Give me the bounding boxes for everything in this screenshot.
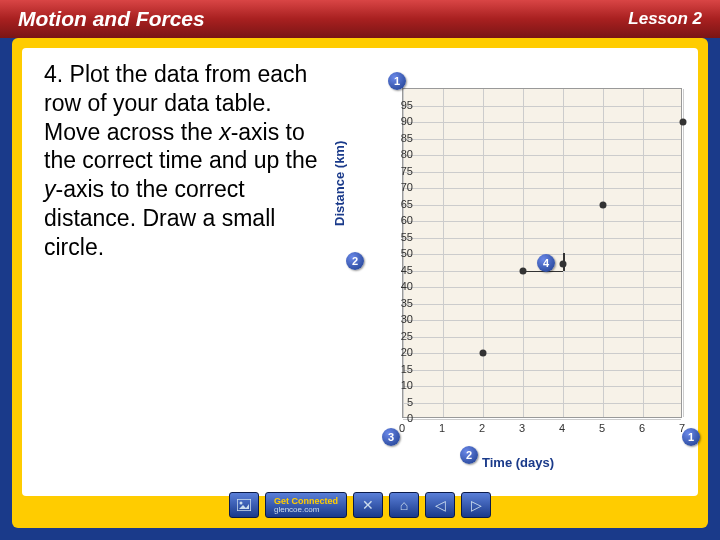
x-tick: 3 [519, 422, 525, 434]
y-tick: 70 [389, 181, 413, 193]
next-button[interactable]: ▷ [461, 492, 491, 518]
chapter-title: Motion and Forces [18, 7, 205, 31]
chevron-right-icon: ▷ [471, 497, 482, 513]
chart: Distance (km) Time (days) 1 2 3 2 1 4 05… [342, 66, 697, 476]
y-tick: 30 [389, 313, 413, 325]
image-icon [237, 499, 251, 511]
x-tick: 6 [639, 422, 645, 434]
header-bar: Motion and Forces Lesson 2 [0, 0, 720, 38]
content-panel: 4. Plot the data from each row of your d… [22, 48, 698, 496]
callout-marker-1: 1 [388, 72, 406, 90]
y-tick: 5 [389, 396, 413, 408]
instruction-text: 4. Plot the data from each row of your d… [44, 60, 324, 261]
step-number: 4. [44, 61, 63, 87]
y-tick: 95 [389, 99, 413, 111]
y-tick: 50 [389, 247, 413, 259]
chevron-left-icon: ◁ [435, 497, 446, 513]
y-tick: 20 [389, 346, 413, 358]
y-tick: 35 [389, 297, 413, 309]
y-tick: 25 [389, 330, 413, 342]
prev-button[interactable]: ◁ [425, 492, 455, 518]
y-tick: 15 [389, 363, 413, 375]
y-tick: 60 [389, 214, 413, 226]
connect-url: glencoe.com [274, 506, 338, 514]
plot-grid [402, 88, 682, 418]
data-point [600, 201, 607, 208]
x-tick: 4 [559, 422, 565, 434]
image-button[interactable] [229, 492, 259, 518]
y-tick: 55 [389, 231, 413, 243]
callout-marker-3: 3 [382, 428, 400, 446]
x-tick: 7 [679, 422, 685, 434]
y-tick: 85 [389, 132, 413, 144]
y-tick: 90 [389, 115, 413, 127]
content-frame: 4. Plot the data from each row of your d… [12, 38, 708, 528]
slide-frame: Motion and Forces Lesson 2 4. Plot the d… [0, 0, 720, 540]
x-tick: 5 [599, 422, 605, 434]
nav-bar: Get Connected glencoe.com ✕ ⌂ ◁ ▷ [12, 488, 708, 522]
callout-marker-2-y: 2 [346, 252, 364, 270]
data-point [480, 350, 487, 357]
x-tick: 1 [439, 422, 445, 434]
instruction-body: Plot the data from each row of your data… [44, 61, 318, 260]
callout-marker-2-x: 2 [460, 446, 478, 464]
y-tick: 40 [389, 280, 413, 292]
lesson-label: Lesson 2 [628, 9, 702, 29]
y-tick: 75 [389, 165, 413, 177]
x-tick: 0 [399, 422, 405, 434]
svg-point-1 [239, 502, 242, 505]
x-tick: 2 [479, 422, 485, 434]
y-tick: 80 [389, 148, 413, 160]
y-axis-label: Distance (km) [332, 141, 347, 226]
home-icon: ⌂ [400, 497, 408, 513]
y-tick: 65 [389, 198, 413, 210]
home-button[interactable]: ⌂ [389, 492, 419, 518]
callout-marker-4: 4 [537, 254, 555, 272]
x-axis-label: Time (days) [482, 455, 554, 470]
y-tick: 10 [389, 379, 413, 391]
get-connected-button[interactable]: Get Connected glencoe.com [265, 492, 347, 518]
data-point [680, 119, 687, 126]
y-tick: 45 [389, 264, 413, 276]
close-button[interactable]: ✕ [353, 492, 383, 518]
close-icon: ✕ [362, 497, 374, 513]
